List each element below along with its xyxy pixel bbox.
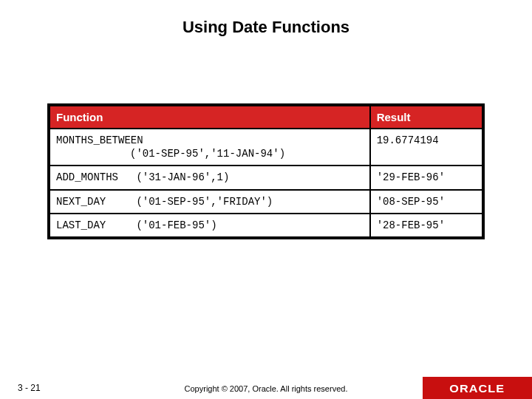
table-row: MONTHS_BETWEEN ('01-SEP-95','11-JAN-94')…: [50, 129, 482, 166]
fn-name: LAST_DAY: [56, 219, 130, 232]
table-row: NEXT_DAY ('01-SEP-95','FRIDAY') '08-SEP-…: [50, 190, 482, 214]
fn-args: ('01-SEP-95','FRIDAY'): [136, 196, 273, 208]
date-functions-table: Function Result MONTHS_BETWEEN ('01-SEP-…: [47, 103, 485, 239]
oracle-logo-bar: ORACLE: [423, 377, 532, 399]
slide-footer: 3 - 21 Copyright © 2007, Oracle. All rig…: [0, 372, 532, 399]
col-header-function: Function: [50, 106, 370, 129]
slide: Using Date Functions Function Result MON…: [0, 0, 532, 399]
fn-name: ADD_MONTHS: [56, 171, 130, 184]
table-row: ADD_MONTHS ('31-JAN-96',1) '29-FEB-96': [50, 166, 482, 189]
oracle-logo: ORACLE: [450, 382, 505, 395]
table-header-row: Function Result: [50, 106, 482, 129]
data-table: Function Result MONTHS_BETWEEN ('01-SEP-…: [49, 105, 483, 238]
cell-function: MONTHS_BETWEEN ('01-SEP-95','11-JAN-94'): [50, 129, 370, 166]
fn-args: ('31-JAN-96',1): [136, 171, 229, 183]
cell-function: ADD_MONTHS ('31-JAN-96',1): [50, 166, 370, 189]
col-header-result: Result: [370, 106, 482, 129]
page-title: Using Date Functions: [0, 18, 532, 37]
fn-args: ('01-SEP-95','11-JAN-94'): [56, 147, 364, 160]
cell-result: '08-SEP-95': [370, 190, 482, 214]
cell-result: '29-FEB-96': [370, 166, 482, 189]
fn-name: NEXT_DAY: [56, 195, 130, 208]
fn-args: ('01-FEB-95'): [136, 219, 216, 231]
cell-result: 19.6774194: [370, 129, 482, 166]
fn-name: MONTHS_BETWEEN: [56, 134, 143, 147]
cell-result: '28-FEB-95': [370, 214, 482, 237]
cell-function: NEXT_DAY ('01-SEP-95','FRIDAY'): [50, 190, 370, 214]
cell-function: LAST_DAY ('01-FEB-95'): [50, 214, 370, 237]
table-row: LAST_DAY ('01-FEB-95') '28-FEB-95': [50, 214, 482, 237]
